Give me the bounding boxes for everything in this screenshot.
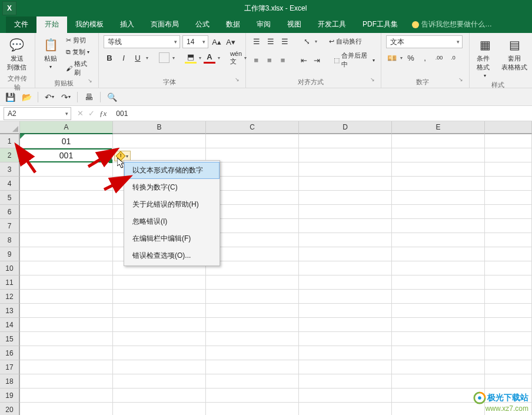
- cell-E14[interactable]: [392, 318, 485, 332]
- formula-enter-button[interactable]: ✓: [88, 109, 95, 118]
- cell-E9[interactable]: [392, 247, 485, 261]
- tab-data[interactable]: 数据: [218, 16, 248, 33]
- cell-C19[interactable]: [206, 389, 299, 403]
- cell-A12[interactable]: [20, 290, 113, 304]
- name-box[interactable]: A2: [4, 107, 71, 120]
- cell-A5[interactable]: [20, 191, 113, 205]
- number-format-combo[interactable]: 文本: [386, 35, 463, 48]
- cell-A3[interactable]: [20, 162, 113, 177]
- cell-D16[interactable]: [299, 346, 392, 360]
- tab-view[interactable]: 视图: [279, 16, 310, 33]
- cell-A1[interactable]: 01: [20, 134, 113, 148]
- paste-button[interactable]: 📋 粘贴 ▾: [40, 35, 61, 71]
- clipboard-dialog-launcher[interactable]: ↘: [88, 78, 94, 88]
- underline-button[interactable]: U: [132, 52, 144, 64]
- tab-formulas[interactable]: 公式: [187, 16, 218, 33]
- menu-item-edit-in-formula-bar[interactable]: 在编辑栏中编辑(F): [124, 230, 220, 247]
- bold-button[interactable]: B: [104, 52, 115, 64]
- row-header-11[interactable]: 11: [0, 275, 20, 290]
- row-header-2[interactable]: 2: [0, 148, 20, 162]
- menu-item-ignore-error[interactable]: 忽略错误(I): [124, 213, 220, 230]
- cell-A14[interactable]: [20, 318, 113, 332]
- row-header-18[interactable]: 18: [0, 374, 20, 389]
- row-header-4[interactable]: 4: [0, 177, 20, 191]
- cell-A10[interactable]: [20, 261, 113, 275]
- comma-button[interactable]: ,: [419, 52, 431, 64]
- cell-D5[interactable]: [299, 191, 392, 205]
- cell-D2[interactable]: [299, 148, 392, 162]
- cell-E18[interactable]: [392, 374, 485, 389]
- alignment-dialog-launcher[interactable]: ↘: [370, 77, 376, 87]
- currency-button[interactable]: 💴: [386, 52, 398, 64]
- fill-color-button[interactable]: ⬒: [185, 52, 197, 64]
- menu-item-help-on-error[interactable]: 关于此错误的帮助(H): [124, 196, 220, 213]
- align-right-button[interactable]: ≡: [277, 54, 288, 66]
- cell-extra[interactable]: [485, 261, 532, 275]
- cell-A6[interactable]: [20, 205, 113, 219]
- cell-D19[interactable]: [299, 389, 392, 403]
- cell-E12[interactable]: [392, 290, 485, 304]
- select-all-corner[interactable]: [0, 121, 20, 134]
- cell-E10[interactable]: [392, 261, 485, 275]
- cell-D10[interactable]: [299, 261, 392, 275]
- row-header-10[interactable]: 10: [0, 261, 20, 275]
- column-header-E[interactable]: E: [392, 121, 485, 134]
- cell-A18[interactable]: [20, 374, 113, 389]
- cell-extra[interactable]: [485, 177, 532, 191]
- cell-E3[interactable]: [392, 162, 485, 177]
- column-header-D[interactable]: D: [299, 121, 392, 134]
- cell-E7[interactable]: [392, 219, 485, 233]
- percent-button[interactable]: %: [405, 52, 417, 64]
- decrease-decimal-button[interactable]: .0: [447, 52, 459, 64]
- tell-me-search[interactable]: 告诉我您想要做什么…: [406, 16, 498, 33]
- increase-font-button[interactable]: A▴: [211, 36, 222, 48]
- cut-button[interactable]: ✂剪切: [65, 35, 94, 45]
- decrease-indent-button[interactable]: ⇤: [298, 54, 310, 66]
- cell-D13[interactable]: [299, 304, 392, 318]
- tab-templates[interactable]: 我的模板: [67, 16, 112, 33]
- align-center-button[interactable]: ≡: [264, 54, 275, 66]
- cell-B14[interactable]: [113, 318, 206, 332]
- tab-review[interactable]: 审阅: [248, 16, 279, 33]
- cell-A19[interactable]: [20, 389, 113, 403]
- cell-extra[interactable]: [485, 374, 532, 389]
- cell-B19[interactable]: [113, 389, 206, 403]
- cell-C15[interactable]: [206, 332, 299, 346]
- cell-A2[interactable]: 001: [20, 148, 113, 162]
- tab-file[interactable]: 文件: [6, 16, 36, 33]
- row-header-9[interactable]: 9: [0, 247, 20, 261]
- cell-extra[interactable]: [485, 148, 532, 162]
- cell-E20[interactable]: [392, 403, 485, 415]
- row-header-13[interactable]: 13: [0, 304, 20, 318]
- cell-A20[interactable]: [20, 403, 113, 415]
- cell-A8[interactable]: [20, 233, 113, 247]
- qat-print-button[interactable]: 🖶: [84, 92, 94, 102]
- cell-extra[interactable]: [485, 318, 532, 332]
- cell-E17[interactable]: [392, 360, 485, 374]
- cell-E1[interactable]: [392, 134, 485, 148]
- formula-cancel-button[interactable]: ✕: [77, 109, 84, 118]
- row-header-12[interactable]: 12: [0, 290, 20, 304]
- format-as-table-button[interactable]: ▤ 套用 表格格式: [499, 35, 530, 73]
- qat-undo-button[interactable]: ↶▾: [44, 92, 55, 102]
- borders-button[interactable]: [158, 52, 170, 64]
- cell-E15[interactable]: [392, 332, 485, 346]
- wrap-text-button[interactable]: ↩自动换行: [328, 36, 363, 47]
- cell-C12[interactable]: [206, 290, 299, 304]
- cell-extra[interactable]: [485, 290, 532, 304]
- cell-D17[interactable]: [299, 360, 392, 374]
- send-to-wechat-button[interactable]: 💬 发送 到微信: [5, 35, 29, 73]
- cell-C11[interactable]: [206, 275, 299, 290]
- cell-E16[interactable]: [392, 346, 485, 360]
- cell-A17[interactable]: [20, 360, 113, 374]
- row-header-3[interactable]: 3: [0, 162, 20, 177]
- cell-D15[interactable]: [299, 332, 392, 346]
- cell-extra[interactable]: [485, 304, 532, 318]
- cell-A9[interactable]: [20, 247, 113, 261]
- row-header-16[interactable]: 16: [0, 346, 20, 360]
- cell-E4[interactable]: [392, 177, 485, 191]
- cell-extra[interactable]: [485, 346, 532, 360]
- cell-B11[interactable]: [113, 275, 206, 290]
- cell-A13[interactable]: [20, 304, 113, 318]
- cell-D3[interactable]: [299, 162, 392, 177]
